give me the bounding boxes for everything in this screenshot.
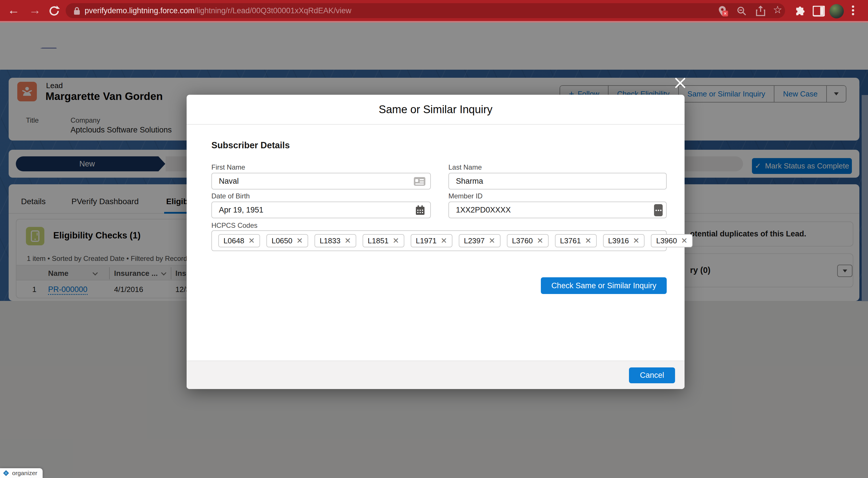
check-same-or-similar-submit-button[interactable]: Check Same or Similar Inquiry — [541, 277, 667, 294]
extensions-puzzle-icon[interactable] — [794, 5, 806, 17]
dob-label: Date of Birth — [211, 192, 250, 200]
password-manager-icon[interactable] — [654, 204, 663, 216]
chip-remove-icon[interactable]: ✕ — [537, 236, 544, 245]
zoom-out-icon[interactable] — [737, 6, 746, 16]
hcpcs-chip: L3761✕ — [555, 234, 597, 247]
chip-remove-icon[interactable]: ✕ — [681, 236, 688, 245]
chip-remove-icon[interactable]: ✕ — [489, 236, 495, 245]
hcpcs-chip: L1851✕ — [363, 234, 404, 247]
chip-remove-icon[interactable]: ✕ — [633, 236, 640, 245]
browser-chrome: ← → pverifydemo.lightning.force.com/ligh… — [0, 0, 868, 23]
browser-back-icon[interactable]: ← — [7, 3, 20, 17]
hcpcs-chip: L1971✕ — [411, 234, 453, 247]
calendar-icon[interactable] — [415, 205, 425, 215]
hcpcs-chip: L2397✕ — [459, 234, 500, 247]
browser-url-bar[interactable]: pverifydemo.lightning.force.com/lightnin… — [66, 3, 785, 18]
hcpcs-chip: L3916✕ — [603, 234, 645, 247]
hcpcs-label: HCPCS Codes — [211, 221, 257, 229]
dob-input[interactable] — [211, 201, 431, 218]
chip-remove-icon[interactable]: ✕ — [248, 236, 255, 245]
browser-reload-icon[interactable] — [48, 5, 60, 17]
first-name-label: First Name — [211, 163, 245, 171]
last-name-input[interactable] — [448, 173, 667, 189]
browser-menu-dots-icon[interactable] — [852, 4, 854, 17]
chip-remove-icon[interactable]: ✕ — [296, 236, 303, 245]
browser-forward-icon[interactable]: → — [29, 3, 41, 17]
side-panel-icon[interactable] — [813, 6, 825, 17]
blocked-badge: ✕ — [722, 11, 728, 17]
last-name-label: Last Name — [448, 163, 482, 171]
section-title: Subscriber Details — [211, 140, 290, 151]
url-domain: pverifydemo.lightning.force.com — [85, 6, 194, 15]
bookmark-star-icon[interactable]: ☆ — [773, 4, 782, 16]
site-lock-icon[interactable] — [73, 7, 81, 15]
share-icon[interactable] — [756, 5, 766, 17]
chip-remove-icon[interactable]: ✕ — [441, 236, 447, 245]
same-or-similar-inquiry-modal: Same or Similar Inquiry Subscriber Detai… — [187, 95, 685, 389]
hcpcs-chip: L1833✕ — [314, 234, 356, 247]
first-name-input[interactable] — [211, 173, 431, 189]
hcpcs-chip: L3760✕ — [507, 234, 549, 247]
organizer-logo-icon — [3, 470, 9, 476]
chip-remove-icon[interactable]: ✕ — [344, 236, 351, 245]
member-id-label: Member ID — [448, 192, 483, 200]
hcpcs-codes-container[interactable]: L0648✕ L0650✕ L1833✕ L1851✕ L1971✕ L2397… — [211, 230, 667, 251]
organizer-extension-badge[interactable]: organizer — [0, 468, 42, 478]
modal-footer: Cancel — [187, 360, 685, 389]
autofill-contact-icon[interactable] — [413, 177, 426, 186]
chip-remove-icon[interactable]: ✕ — [393, 236, 399, 245]
member-id-input[interactable] — [448, 201, 667, 218]
hcpcs-chip: L0650✕ — [267, 234, 308, 247]
hcpcs-chip: L3960✕ — [651, 234, 693, 247]
url-path: /lightning/r/Lead/00Q3t00001xXqRdEAK/vie… — [194, 6, 351, 15]
modal-close-icon[interactable] — [675, 77, 686, 89]
cancel-button[interactable]: Cancel — [629, 368, 675, 383]
organizer-label: organizer — [12, 470, 37, 477]
hcpcs-chip: L0648✕ — [218, 234, 260, 247]
blocked-location-pin-icon[interactable]: ✕ — [717, 5, 727, 18]
modal-header: Same or Similar Inquiry — [187, 95, 685, 125]
chip-remove-icon[interactable]: ✕ — [585, 236, 592, 245]
browser-profile-avatar[interactable] — [829, 4, 844, 19]
modal-title: Same or Similar Inquiry — [379, 103, 492, 116]
